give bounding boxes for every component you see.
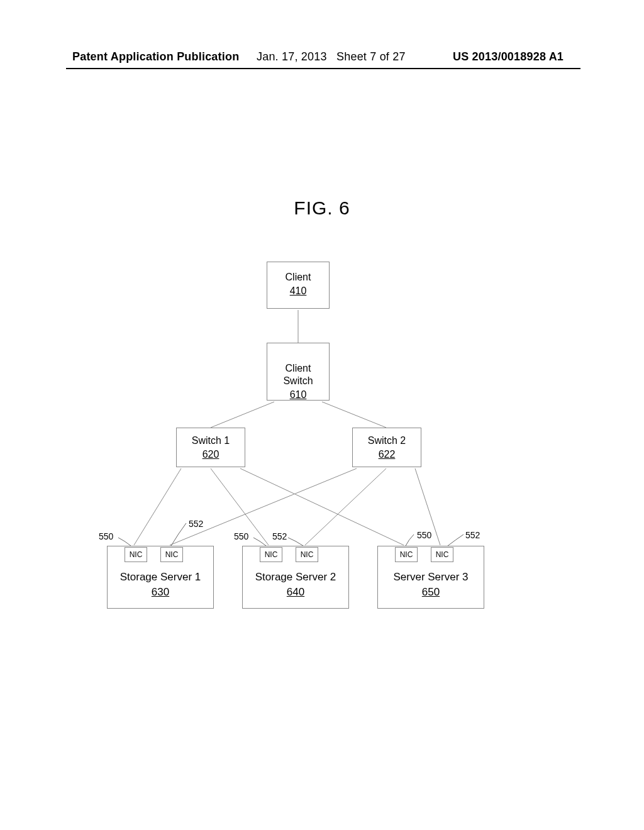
svg-line-7: [305, 468, 386, 545]
svg-line-2: [322, 402, 386, 428]
header-date: Jan. 17, 2013: [257, 50, 327, 64]
callout-550-s3: 550: [417, 530, 431, 540]
server1-nic1: NIC: [125, 547, 147, 562]
callout-550-s1: 550: [99, 531, 113, 541]
server2-ref: 640: [242, 586, 349, 599]
client-label: Client: [286, 272, 311, 282]
server3-ref: 650: [377, 586, 484, 599]
callout-550-s2: 550: [234, 531, 248, 541]
svg-line-6: [170, 468, 357, 545]
server1-name: Storage Server 1: [120, 571, 201, 583]
switch2-box: Switch 2 622: [352, 428, 421, 467]
figure-title: FIG. 6: [0, 197, 644, 219]
switch1-ref: 620: [177, 448, 245, 461]
server3-name: Server Server 3: [393, 571, 468, 583]
switch1-box: Switch 1 620: [176, 428, 245, 467]
header-rule: [66, 68, 580, 69]
server1-ref: 630: [107, 586, 214, 599]
header-sheet: Sheet 7 of 27: [336, 50, 406, 64]
server3-nic2: NIC: [431, 547, 453, 562]
svg-line-3: [134, 468, 181, 545]
switch2-label: Switch 2: [368, 435, 406, 446]
client-box: Client 410: [267, 262, 330, 309]
server3-nic1: NIC: [395, 547, 418, 562]
header-publication: Patent Application Publication: [72, 50, 239, 64]
server1-label: Storage Server 1 630: [107, 571, 214, 599]
callout-552-s2: 552: [272, 531, 287, 541]
server2-nic1: NIC: [260, 547, 282, 562]
client-switch-box: Client Switch 610: [267, 343, 330, 401]
header-pubnum: US 2013/0018928 A1: [453, 50, 564, 64]
callout-552-s3: 552: [465, 530, 480, 540]
client-ref: 410: [267, 285, 329, 297]
server2-label: Storage Server 2 640: [242, 571, 349, 599]
callout-552-s1: 552: [189, 519, 203, 529]
svg-line-5: [240, 468, 404, 545]
client-switch-ref: 610: [267, 389, 329, 401]
svg-line-1: [211, 402, 274, 428]
server2-name: Storage Server 2: [255, 571, 336, 583]
switch2-ref: 622: [353, 448, 421, 461]
server3-label: Server Server 3 650: [377, 571, 484, 599]
switch1-label: Switch 1: [192, 435, 230, 446]
server1-nic2: NIC: [160, 547, 183, 562]
client-switch-label: Client Switch: [283, 363, 313, 386]
server2-nic2: NIC: [296, 547, 318, 562]
